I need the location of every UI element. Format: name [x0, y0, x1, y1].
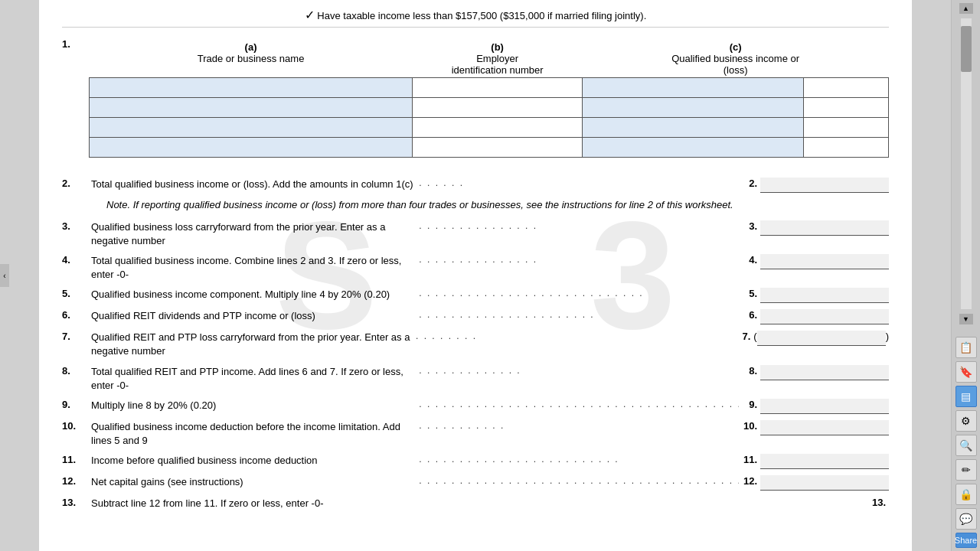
scroll-track: [961, 18, 972, 309]
line-13-number: 13.: [62, 497, 91, 508]
line-11-dots: . . . . . . . . . . . . . . . . . . . . …: [415, 454, 739, 465]
line-7-ref: 7.: [732, 331, 753, 342]
checkmark-icon: ✓: [305, 8, 315, 21]
cell-1b-2[interactable]: [413, 98, 583, 118]
col-a-header: (a) (a) Trade or business name Trade or …: [90, 40, 413, 78]
line-4-ref: 4.: [739, 254, 760, 266]
line-5-text: Qualified business income component. Mul…: [91, 288, 415, 302]
cell-1c-right-1[interactable]: [803, 78, 888, 98]
share-button[interactable]: Share: [956, 533, 977, 548]
line-12-dots: . . . . . . . . . . . . . . . . . . . . …: [415, 475, 739, 486]
cell-1c-right-3[interactable]: [803, 118, 888, 138]
table-row: [90, 98, 889, 118]
line-13-row: 13. Subtract line 12 from line 11. If ze…: [62, 495, 889, 510]
settings-icon[interactable]: ⚙: [956, 410, 977, 432]
cell-1c-right-2[interactable]: [803, 98, 888, 118]
line-7-number: 7.: [62, 331, 91, 342]
line-7-row: 7. Qualified REIT and PTP loss carryforw…: [62, 329, 889, 358]
line-11-number: 11.: [62, 454, 91, 465]
line-2-dots: . . . . . .: [415, 178, 739, 188]
top-note-text: Have taxable income less than $157,500 (…: [317, 10, 646, 21]
line-11-row: 11. Income before qualified business inc…: [62, 452, 889, 469]
line-5-dots: . . . . . . . . . . . . . . . . . . . . …: [415, 288, 739, 298]
line-10-text: Qualified business income deduction befo…: [91, 420, 415, 448]
line-8-text: Total qualified REIT and PTP income. Add…: [91, 365, 415, 393]
scroll-up-button[interactable]: ▲: [959, 3, 973, 14]
line-2-row: 2. Total qualified business income or (l…: [62, 176, 889, 193]
note-text: Note. If reporting qualified business in…: [106, 197, 889, 213]
line-13-text: Subtract line 12 from line 11. If zero o…: [91, 497, 479, 510]
clipboard-icon[interactable]: 📋: [956, 337, 977, 358]
line-6-dots: . . . . . . . . . . . . . . . . . . . . …: [415, 309, 739, 320]
line-7-text: Qualified REIT and PTP loss carryforward…: [91, 331, 412, 358]
line-5-input[interactable]: [760, 288, 889, 303]
section-1: 1. (a) (a) Trade or business name Trade …: [62, 37, 889, 158]
cell-1a-1[interactable]: [90, 78, 413, 98]
business-table: (a) (a) Trade or business name Trade or …: [89, 40, 889, 158]
line-6-text: Qualified REIT dividends and PTP income …: [91, 309, 415, 323]
line-12-input[interactable]: [760, 475, 889, 491]
search-icon[interactable]: 🔍: [956, 435, 977, 456]
table-row: [90, 118, 889, 138]
line-11-ref: 11.: [739, 454, 760, 465]
line-7-dots: . . . . . . . .: [412, 331, 733, 341]
chart-icon[interactable]: ▤: [956, 386, 977, 407]
line-4-number: 4.: [62, 254, 91, 266]
cell-1a-2[interactable]: [90, 98, 413, 118]
cell-1c-right-4[interactable]: [803, 138, 888, 158]
line-8-dots: . . . . . . . . . . . . .: [415, 365, 739, 376]
line-1-number: 1.: [62, 37, 89, 50]
line-7-input[interactable]: [757, 331, 886, 346]
scroll-down-button[interactable]: ▼: [959, 314, 973, 324]
top-note: ✓ Have taxable income less than $157,500…: [62, 8, 889, 28]
cell-1c-2[interactable]: [583, 98, 804, 118]
edit-icon[interactable]: ✏: [956, 459, 977, 481]
bookmark-icon[interactable]: 🔖: [956, 361, 977, 383]
line-5-number: 5.: [62, 288, 91, 299]
line-5-row: 5. Qualified business income component. …: [62, 286, 889, 303]
line-9-ref: 9.: [739, 399, 760, 410]
cell-1a-4[interactable]: [90, 138, 413, 158]
line-12-number: 12.: [62, 475, 91, 487]
cell-1a-3[interactable]: [90, 118, 413, 138]
line-10-input[interactable]: [760, 420, 889, 435]
line-13-ref: 13.: [867, 497, 889, 508]
line-4-input[interactable]: [760, 254, 889, 269]
line-3-number: 3.: [62, 220, 91, 232]
line-9-dots: . . . . . . . . . . . . . . . . . . . . …: [415, 399, 739, 409]
line-9-row: 9. Multiply line 8 by 20% (0.20) . . . .…: [62, 397, 889, 414]
close-paren: ): [886, 331, 889, 342]
cell-1b-4[interactable]: [413, 138, 583, 158]
line-2-input[interactable]: [760, 178, 889, 193]
line-11-text: Income before qualified business income …: [91, 454, 415, 468]
cell-1c-1[interactable]: [583, 78, 804, 98]
line-3-input[interactable]: [760, 220, 889, 236]
line-5-ref: 5.: [739, 288, 760, 299]
cell-1c-4[interactable]: [583, 138, 804, 158]
line-12-row: 12. Net capital gains (see instructions)…: [62, 474, 889, 491]
line-3-text: Qualified business loss carryforward fro…: [91, 220, 415, 248]
lock-icon[interactable]: 🔒: [956, 484, 977, 505]
line-10-row: 10. Qualified business income deduction …: [62, 419, 889, 448]
line-9-input[interactable]: [760, 399, 889, 414]
line-8-input[interactable]: [760, 365, 889, 380]
line-2-ref: 2.: [739, 178, 760, 189]
line-10-dots: . . . . . . . . . . .: [415, 420, 739, 431]
col-c-header: (c) Qualified business income or(loss): [583, 40, 889, 78]
line-11-input[interactable]: [760, 454, 889, 469]
cell-1b-1[interactable]: [413, 78, 583, 98]
line-3-dots: . . . . . . . . . . . . . . .: [415, 220, 739, 231]
comment-icon[interactable]: 💬: [956, 508, 977, 530]
cell-1c-3[interactable]: [583, 118, 804, 138]
left-expand-arrow[interactable]: ‹: [0, 264, 9, 287]
scroll-thumb[interactable]: [961, 26, 972, 72]
cell-1b-3[interactable]: [413, 118, 583, 138]
line-8-number: 8.: [62, 365, 91, 377]
line-3-row: 3. Qualified business loss carryforward …: [62, 219, 889, 248]
col-b-header: (b) Employeridentification number: [413, 40, 583, 78]
line-6-input[interactable]: [760, 309, 889, 324]
right-sidebar: ▲ ▼ 📋 🔖 ▤ ⚙ 🔍 ✏ 🔒 💬 Share: [951, 0, 980, 551]
line-9-text: Multiply line 8 by 20% (0.20): [91, 399, 415, 412]
line-12-ref: 12.: [739, 475, 760, 487]
line-1-content: (a) (a) Trade or business name Trade or …: [89, 37, 889, 158]
